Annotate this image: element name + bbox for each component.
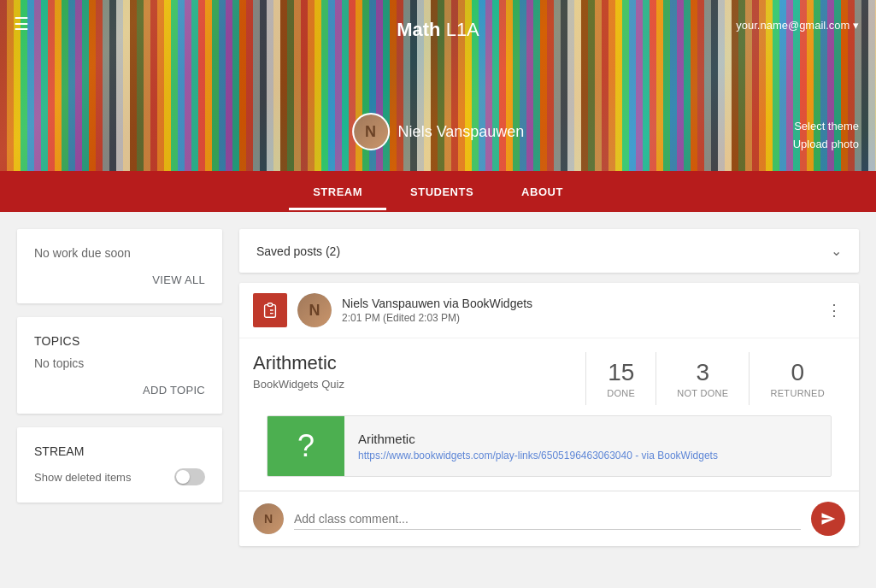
comment-avatar: N <box>253 503 284 534</box>
no-work-card: No work due soon VIEW ALL <box>17 229 222 303</box>
stat-returned: 0 RETURNED <box>750 352 845 405</box>
post-body-inner: Arithmetic BookWidgets Quiz 15 DONE 3 NO… <box>253 338 845 405</box>
main-content: No work due soon VIEW ALL TOPICS No topi… <box>0 212 876 563</box>
chevron-down-icon: ⌄ <box>831 243 842 259</box>
select-theme-link[interactable]: Select theme <box>793 118 859 136</box>
topics-title: TOPICS <box>34 334 205 348</box>
stat-done-label: DONE <box>607 388 635 398</box>
post-type-icon <box>253 293 287 327</box>
teacher-name: Niels Vanspauwen <box>398 123 525 141</box>
upload-photo-link[interactable]: Upload photo <box>793 136 859 154</box>
stream-area: Saved posts (2) ⌄ N Niels Vanspauwen via… <box>239 229 859 546</box>
post-stats: 15 DONE 3 NOT DONE 0 RETURNED <box>585 352 845 405</box>
post-author-name: Niels Vanspauwen <box>342 297 440 310</box>
comment-area: N <box>239 491 859 546</box>
tab-stream[interactable]: STREAM <box>289 173 386 210</box>
stat-done-number: 15 <box>607 359 635 386</box>
menu-icon[interactable]: ☰ <box>14 14 29 34</box>
saved-posts-label: Saved posts (2) <box>256 244 340 258</box>
comment-input[interactable] <box>294 509 801 530</box>
nav-bar: STREAM STUDENTS ABOUT <box>0 171 876 212</box>
no-topics-label: No topics <box>34 356 205 370</box>
view-all-button[interactable]: VIEW ALL <box>34 273 205 286</box>
stat-returned-number: 0 <box>770 359 825 386</box>
stat-not-done-label: NOT DONE <box>677 388 728 398</box>
teacher-info: N Niels Vanspauwen <box>352 113 525 150</box>
post-more-icon[interactable]: ⋮ <box>823 297 845 323</box>
page-title: Math L1A <box>397 19 479 41</box>
widget-icon: ? <box>268 416 344 476</box>
tab-students[interactable]: STUDENTS <box>386 173 497 210</box>
post-header: N Niels Vanspauwen via BookWidgets 2:01 … <box>239 283 859 338</box>
stat-returned-label: RETURNED <box>770 388 825 398</box>
page-header: ☰ Math L1A your.name@gmail.com N Niels V… <box>0 0 876 171</box>
show-deleted-toggle[interactable] <box>174 468 205 485</box>
post-time: 2:01 PM (Edited 2:03 PM) <box>342 312 813 324</box>
post-author: Niels Vanspauwen via BookWidgets <box>342 297 813 310</box>
teacher-avatar: N <box>352 113 390 150</box>
stat-not-done: 3 NOT DONE <box>656 352 750 405</box>
stream-section-title: STREAM <box>34 444 205 458</box>
sidebar: No work due soon VIEW ALL TOPICS No topi… <box>17 229 222 503</box>
post-author-via: via <box>444 297 462 310</box>
stream-card: STREAM Show deleted items <box>17 427 222 503</box>
post-title: Arithmetic <box>253 352 572 374</box>
topics-card: TOPICS No topics ADD TOPIC <box>17 317 222 414</box>
show-deleted-label: Show deleted items <box>34 471 131 484</box>
post-author-avatar: N <box>297 293 332 327</box>
post-title-section: Arithmetic BookWidgets Quiz <box>253 352 572 391</box>
post-meta: Niels Vanspauwen via BookWidgets 2:01 PM… <box>342 297 813 324</box>
comment-send-button[interactable] <box>811 502 845 536</box>
post-card: N Niels Vanspauwen via BookWidgets 2:01 … <box>239 283 859 546</box>
theme-options: Select theme Upload photo <box>793 118 859 154</box>
widget-info: Arithmetic https://www.bookwidgets.com/p… <box>344 421 732 472</box>
tab-about[interactable]: ABOUT <box>497 173 587 210</box>
no-work-label: No work due soon <box>34 246 205 260</box>
stat-done: 15 DONE <box>586 352 656 405</box>
show-deleted-row: Show deleted items <box>34 468 205 485</box>
stat-not-done-number: 3 <box>677 359 728 386</box>
user-email[interactable]: your.name@gmail.com <box>736 19 859 32</box>
widget-preview[interactable]: ? Arithmetic https://www.bookwidgets.com… <box>267 415 832 477</box>
widget-link: https://www.bookwidgets.com/play-links/6… <box>358 450 718 462</box>
post-body: Arithmetic BookWidgets Quiz 15 DONE 3 NO… <box>239 338 859 491</box>
post-author-bookwidgets: BookWidgets <box>462 297 532 310</box>
post-subtitle: BookWidgets Quiz <box>253 378 572 391</box>
toggle-knob <box>176 470 190 484</box>
saved-posts-bar[interactable]: Saved posts (2) ⌄ <box>239 229 859 273</box>
add-topic-button[interactable]: ADD TOPIC <box>34 384 205 397</box>
widget-name: Arithmetic <box>358 432 718 446</box>
